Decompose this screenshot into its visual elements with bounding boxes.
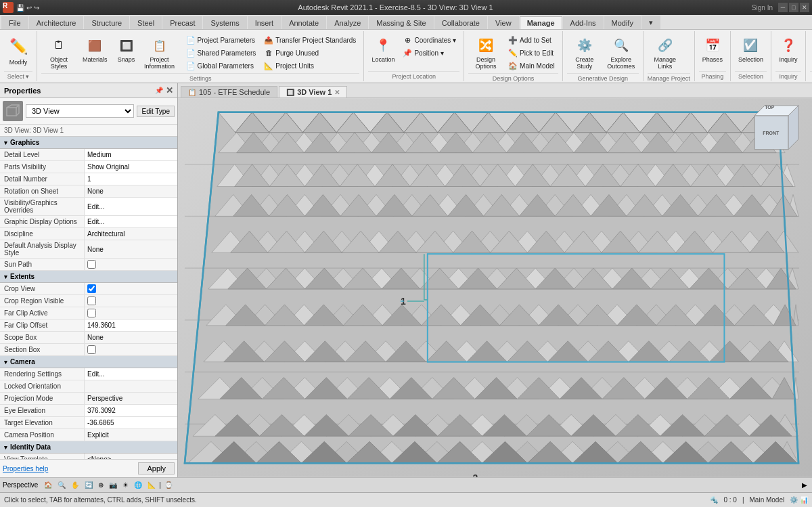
prop-section-camera[interactable]: ▾Camera bbox=[0, 356, 177, 368]
ribbon-tab-manage[interactable]: Manage bbox=[520, 16, 562, 29]
main-model-btn[interactable]: 🏠Main Model bbox=[505, 60, 558, 72]
ribbon-tab-massing[interactable]: Massing & Site bbox=[369, 16, 433, 29]
edit-type-btn[interactable]: Edit Type bbox=[137, 106, 175, 117]
prop-name-label: Graphic Display Options bbox=[0, 216, 85, 227]
explore-btn[interactable]: 🔍 Explore Outcomes bbox=[604, 34, 639, 72]
position-btn[interactable]: 📌Position ▾ bbox=[399, 47, 459, 59]
status-icons: ⚙️ 📊 bbox=[790, 496, 808, 504]
tab-label-etfe: 105 - ETFE Schedule bbox=[199, 88, 270, 96]
ribbon-tab-addins[interactable]: Add-Ins bbox=[563, 16, 604, 29]
toolbar-icon-3[interactable]: ✋ bbox=[69, 481, 81, 489]
location-btn[interactable]: 📍 Location bbox=[368, 34, 398, 65]
toolbar-icon-7[interactable]: ☀ bbox=[120, 481, 131, 489]
table-row: Parts VisibilityShow Original bbox=[0, 161, 177, 173]
toolbar-icon-6[interactable]: 📷 bbox=[107, 481, 119, 489]
coordinates-btn[interactable]: ⊕Coordinates ▾ bbox=[399, 34, 459, 46]
toolbar-icon-1[interactable]: 🏠 bbox=[42, 481, 54, 489]
maximize-btn[interactable]: □ bbox=[789, 3, 798, 12]
manage-links-btn[interactable]: 🔗 Manage Links bbox=[648, 34, 683, 72]
create-btn[interactable]: ⚙️ Create Study bbox=[567, 34, 602, 72]
prop-checkbox[interactable] bbox=[87, 284, 96, 293]
save-btn[interactable]: 💾 bbox=[16, 4, 24, 12]
prop-value-field[interactable]: Edit... bbox=[85, 216, 177, 227]
toolbar-icon-10[interactable]: ⌚ bbox=[162, 481, 175, 489]
prop-value-field[interactable]: Medium bbox=[85, 149, 177, 160]
global-params-icon: 📄 bbox=[186, 61, 196, 70]
prop-checkbox[interactable] bbox=[87, 345, 96, 354]
toolbar-icon-4[interactable]: 🔄 bbox=[83, 481, 95, 489]
prop-value-field[interactable]: 149.3601 bbox=[85, 319, 177, 331]
ribbon-group-selection: ☑️ Selection Selection bbox=[731, 31, 771, 81]
prop-value-field[interactable]: Edit... bbox=[85, 368, 177, 380]
prop-value-field[interactable]: Edit... bbox=[85, 198, 177, 215]
global-params-btn[interactable]: 📄Global Parameters bbox=[183, 60, 260, 72]
prop-name-label: Parts Visibility bbox=[0, 161, 85, 173]
ribbon-tab-view[interactable]: View bbox=[488, 16, 519, 29]
object-styles-btn[interactable]: 🗒 Object Styles bbox=[41, 34, 76, 72]
ribbon-tab-steel[interactable]: Steel bbox=[130, 16, 162, 29]
snaps-icon: 🔲 bbox=[117, 36, 136, 55]
user-info[interactable]: Sign In bbox=[752, 4, 773, 12]
ribbon-tab-arrow[interactable]: ▾ bbox=[641, 16, 660, 29]
project-info-btn[interactable]: 📋 Project Information bbox=[142, 34, 177, 72]
pick-to-edit-btn[interactable]: ✏️Pick to Edit bbox=[505, 47, 558, 59]
selection-btn[interactable]: ☑️ Selection bbox=[735, 34, 767, 65]
prop-section-extents[interactable]: ▾Extents bbox=[0, 271, 177, 283]
right-arrow[interactable]: ▶ bbox=[800, 481, 809, 489]
view-cube[interactable]: TOP FRONT bbox=[754, 105, 798, 150]
close-btn[interactable]: ✕ bbox=[800, 3, 809, 12]
properties-help-link[interactable]: Properties help bbox=[3, 465, 48, 472]
ribbon-tab-architecture[interactable]: Architecture bbox=[29, 16, 84, 29]
snaps-btn[interactable]: 🔲 Snaps bbox=[114, 34, 139, 72]
toolbar-icon-9[interactable]: 📐 bbox=[145, 481, 158, 489]
toolbar-icon-2[interactable]: 🔍 bbox=[55, 481, 68, 489]
toolbar-icon-5[interactable]: ⊕ bbox=[96, 481, 106, 489]
prop-value-field[interactable]: 376.3092 bbox=[85, 405, 177, 416]
ribbon-tab-insert[interactable]: Insert bbox=[248, 16, 281, 29]
modify-btn[interactable]: ✏️ Modify bbox=[4, 34, 32, 68]
prop-section-graphics[interactable]: ▾Graphics bbox=[0, 137, 177, 149]
view-tab-3dview[interactable]: 🔲3D View 1✕ bbox=[279, 86, 347, 97]
view-tab-etfe[interactable]: 📋105 - ETFE Schedule bbox=[181, 86, 277, 97]
add-to-set-btn[interactable]: ➕Add to Set bbox=[505, 34, 558, 46]
ribbon-tab-file[interactable]: File bbox=[1, 16, 28, 29]
ribbon-tab-precast[interactable]: Precast bbox=[162, 16, 202, 29]
project-params-btn[interactable]: 📄Project Parameters bbox=[183, 34, 260, 46]
transfer-proj-btn[interactable]: 📤Transfer Project Standards bbox=[261, 34, 359, 46]
ribbon-tab-collaborate[interactable]: Collaborate bbox=[434, 16, 487, 29]
svg-text:FRONT: FRONT bbox=[763, 131, 780, 135]
inquiry-btn[interactable]: ❓ Inquiry bbox=[775, 34, 801, 65]
ribbon-tab-annotate[interactable]: Annotate bbox=[281, 16, 326, 29]
materials-btn[interactable]: 🟫 Materials bbox=[79, 34, 111, 72]
project-units-btn[interactable]: 📐Project Units bbox=[261, 60, 359, 72]
shared-params-btn[interactable]: 📄Shared Parameters bbox=[183, 47, 260, 59]
ribbon-tab-systems[interactable]: Systems bbox=[203, 16, 246, 29]
ribbon-tab-analyze[interactable]: Analyze bbox=[327, 16, 368, 29]
prop-checkbox[interactable] bbox=[87, 260, 96, 269]
prop-value-field[interactable]: Show Original bbox=[85, 161, 177, 173]
design-options-btn[interactable]: 🔀 Design Options bbox=[468, 34, 503, 72]
properties-title: Properties bbox=[4, 87, 41, 95]
prop-section-identity[interactable]: ▾Identity Data bbox=[0, 441, 177, 454]
view-name-row: 3D View: 3D View 1 bbox=[0, 125, 177, 137]
table-row: Target Elevation-36.6865 bbox=[0, 417, 177, 429]
ribbon-tab-modify[interactable]: Modify bbox=[604, 16, 641, 29]
prop-value-field[interactable]: 1 bbox=[85, 173, 177, 185]
redo-btn[interactable]: ↪ bbox=[34, 4, 39, 12]
minimize-btn[interactable]: ─ bbox=[778, 3, 788, 12]
prop-value-field bbox=[85, 344, 177, 355]
prop-checkbox[interactable] bbox=[87, 296, 96, 305]
type-dropdown[interactable]: 3D View bbox=[26, 104, 134, 118]
apply-btn[interactable]: Apply bbox=[138, 462, 175, 475]
viewport-canvas[interactable]: mesh rows bbox=[178, 98, 812, 477]
properties-close-btn[interactable]: ✕ bbox=[166, 85, 173, 95]
ribbon-tab-structure[interactable]: Structure bbox=[84, 16, 129, 29]
undo-btn[interactable]: ↩ bbox=[26, 4, 32, 12]
properties-pin-icon[interactable]: 📌 bbox=[155, 87, 163, 94]
toolbar-icon-8[interactable]: 🌐 bbox=[132, 481, 144, 489]
tab-close-3dview[interactable]: ✕ bbox=[334, 89, 340, 96]
purge-btn[interactable]: 🗑Purge Unused bbox=[261, 47, 359, 59]
prop-value-field[interactable]: -36.6865 bbox=[85, 417, 177, 428]
phases-btn[interactable]: 📅 Phases bbox=[699, 34, 726, 65]
prop-checkbox[interactable] bbox=[87, 309, 96, 317]
